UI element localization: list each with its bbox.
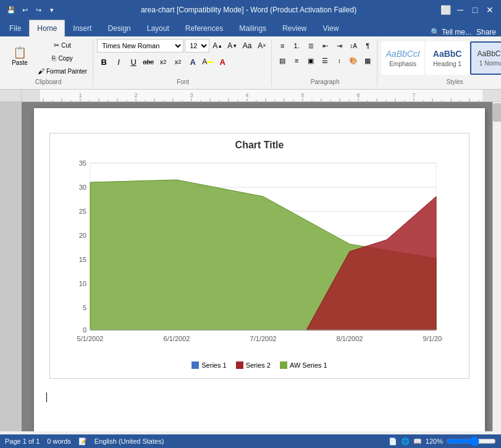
clear-formatting-button[interactable]: A✕ (255, 39, 269, 53)
language[interactable]: English (United States) (95, 437, 164, 446)
font-family-select[interactable]: Times New Roman (97, 39, 183, 53)
view-read-button[interactable]: 📖 (413, 437, 422, 446)
emphasis-label: Emphasis (389, 61, 416, 67)
superscript-button[interactable]: x2 (171, 55, 185, 69)
title-bar-title: area-chart [Compatibility Mode] - Word (… (58, 6, 439, 14)
tab-design[interactable]: Design (99, 20, 138, 36)
legend-aw-series1: AW Series 1 (280, 361, 327, 369)
copy-button[interactable]: ⎘Copy (35, 52, 90, 64)
save-button[interactable]: 💾 (5, 4, 17, 16)
legend-series1: Series 1 (192, 361, 226, 369)
grow-font-button[interactable]: A▲ (211, 39, 224, 53)
font-group: Times New Roman 12 A▲ A▼ Aa A✕ B I U abc… (95, 39, 272, 87)
paste-button[interactable]: 📋 Paste (6, 39, 33, 74)
tab-layout[interactable]: Layout (139, 20, 177, 36)
decrease-indent-button[interactable]: ⇤ (318, 39, 332, 53)
scroll-thumb[interactable] (493, 103, 501, 122)
svg-text:8/1/2002: 8/1/2002 (337, 335, 363, 342)
emphasis-preview: AaBbCcI (386, 49, 420, 59)
shrink-font-button[interactable]: A▼ (225, 39, 239, 53)
subscript-button[interactable]: x2 (156, 55, 170, 69)
heading1-preview: AaBbC (433, 49, 462, 59)
view-print-button[interactable]: 📄 (389, 437, 397, 446)
scrollbar-right[interactable] (492, 102, 501, 431)
chart-container[interactable]: Chart Title (49, 133, 469, 379)
status-bar: Page 1 of 1 0 words 📝 English (United St… (0, 434, 501, 448)
quick-access-toolbar: 💾 ↩ ↪ ▾ (5, 4, 58, 16)
tab-file[interactable]: File (1, 20, 29, 36)
maximize-button[interactable]: □ (469, 4, 481, 16)
bold-button[interactable]: B (97, 55, 111, 69)
svg-text:2: 2 (134, 92, 137, 98)
zoom-slider[interactable] (447, 436, 496, 446)
underline-button[interactable]: U (127, 55, 140, 69)
ruler: 1 2 3 4 5 6 7 (0, 90, 501, 102)
view-web-button[interactable]: 🌐 (401, 437, 410, 446)
tell-me-button[interactable]: 🔍 Tell me... (431, 28, 471, 36)
align-right-button[interactable]: ▣ (304, 54, 318, 67)
tab-mailings[interactable]: Mailings (231, 20, 274, 36)
cut-button[interactable]: ✂Cut (35, 39, 90, 51)
format-painter-icon: 🖌 (38, 67, 44, 75)
italic-button[interactable]: I (112, 55, 125, 69)
clipboard-small-buttons: ✂Cut ⎘Copy 🖌Format Painter (35, 39, 90, 77)
style-heading1[interactable]: AaBbC Heading 1 (426, 41, 469, 75)
svg-rect-58 (0, 102, 22, 431)
align-left-button[interactable]: ▤ (276, 54, 289, 67)
page-count: Page 1 of 1 (5, 437, 40, 446)
series2-label: Series 2 (246, 361, 271, 369)
tab-insert[interactable]: Insert (65, 20, 99, 36)
normal-label: 1 Normal (479, 60, 501, 67)
svg-text:6: 6 (356, 92, 360, 98)
style-emphasis[interactable]: AaBbCcI Emphasis (381, 41, 424, 75)
document-content[interactable]: Chart Title (22, 102, 492, 431)
document-page: Chart Title (34, 108, 485, 431)
font-content: Times New Roman 12 A▲ A▼ Aa A✕ B I U abc… (97, 39, 269, 77)
format-painter-button[interactable]: 🖌Format Painter (35, 65, 90, 77)
tab-review[interactable]: Review (274, 20, 314, 36)
sort-button[interactable]: ↕A (347, 39, 360, 53)
justify-button[interactable]: ☰ (318, 54, 332, 67)
styles-group: AaBbCcI Emphasis AaBbC Heading 1 AaBbCcI… (379, 39, 501, 87)
borders-button[interactable]: ▦ (361, 54, 374, 67)
font-size-select[interactable]: 12 (185, 39, 209, 53)
aw-series1-swatch (280, 361, 287, 369)
font-label: Font (97, 77, 269, 87)
show-hide-button[interactable]: ¶ (361, 39, 374, 53)
title-bar-left: 💾 ↩ ↪ ▾ (5, 4, 58, 16)
shading-button[interactable]: 🎨 (347, 54, 360, 67)
share-button[interactable]: Share (476, 28, 496, 36)
strikethrough-button[interactable]: abc (141, 55, 155, 69)
align-center-button[interactable]: ≡ (290, 54, 303, 67)
heading1-label: Heading 1 (433, 61, 461, 67)
legend-series2: Series 2 (236, 361, 271, 369)
increase-indent-button[interactable]: ⇥ (332, 39, 346, 53)
paragraph-top-row: ≡ 1. ☰ ⇤ ⇥ ↕A ¶ (276, 39, 374, 53)
zoom-level: 120% (426, 437, 443, 445)
status-right: 📄 🌐 📖 120% (389, 436, 496, 446)
redo-button[interactable]: ↪ (32, 4, 44, 16)
line-spacing-button[interactable]: ↕ (332, 54, 346, 67)
ribbon-display-button[interactable]: ⬜ (439, 4, 452, 16)
bullets-button[interactable]: ≡ (276, 39, 289, 53)
minimize-button[interactable]: ─ (454, 4, 466, 16)
close-button[interactable]: ✕ (484, 4, 496, 16)
text-effects-button[interactable]: A (186, 55, 200, 69)
cursor-area[interactable] (46, 391, 473, 404)
text-highlight-button[interactable]: A (201, 55, 214, 69)
tab-references[interactable]: References (177, 20, 231, 36)
change-case-button[interactable]: Aa (240, 39, 254, 53)
undo-button[interactable]: ↩ (19, 4, 31, 16)
font-color-button[interactable]: A (216, 55, 229, 69)
style-normal[interactable]: AaBbCcI 1 Normal (470, 41, 501, 75)
svg-text:35: 35 (79, 159, 86, 167)
numbering-button[interactable]: 1. (290, 39, 303, 53)
multilevel-list-button[interactable]: ☰ (304, 39, 318, 53)
cut-icon: ✂ (54, 41, 59, 49)
font-bottom-row: B I U abc x2 x2 A A A (97, 55, 229, 69)
tab-home[interactable]: Home (29, 20, 65, 37)
svg-text:5: 5 (83, 304, 86, 311)
tab-view[interactable]: View (315, 20, 347, 36)
proofing-icon[interactable]: 📝 (78, 437, 87, 446)
customize-qa-button[interactable]: ▾ (46, 4, 58, 16)
